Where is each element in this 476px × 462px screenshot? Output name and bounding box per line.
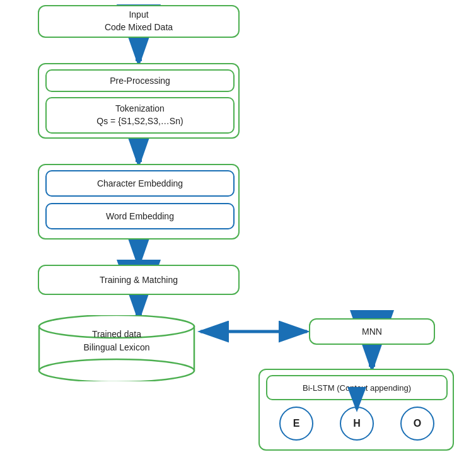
tokenization-label: Tokenization Qs = {S1,S2,S3,…Sn) — [96, 103, 183, 127]
trained-data-container: Trained data Bilingual Lexicon — [38, 315, 195, 381]
output-O: O — [400, 407, 434, 441]
preprocessing-outer: Pre-Processing Tokenization Qs = {S1,S2,… — [38, 63, 240, 139]
char-embedding-box: Character Embedding — [45, 170, 235, 197]
svg-point-11 — [39, 359, 194, 381]
architecture-diagram: Input Code Mixed Data Pre-Processing Tok… — [0, 0, 476, 462]
embedding-outer: Character Embedding Word Embedding — [38, 164, 240, 240]
output-circles: E H O — [266, 407, 448, 441]
mnn-box: MNN — [309, 318, 435, 345]
bilstm-outer: Bi-LSTM (Context appending) E H O — [258, 369, 454, 451]
bilstm-box: Bi-LSTM (Context appending) — [266, 375, 448, 400]
trained-data-label: Trained data Bilingual Lexicon — [38, 328, 195, 354]
preprocessing-box: Pre-Processing — [45, 69, 235, 92]
input-label: Input Code Mixed Data — [105, 9, 173, 33]
word-embedding-box: Word Embedding — [45, 203, 235, 229]
training-box: Training & Matching — [38, 265, 240, 295]
output-E: E — [279, 407, 313, 441]
input-box: Input Code Mixed Data — [38, 5, 240, 38]
output-H: H — [340, 407, 374, 441]
tokenization-box: Tokenization Qs = {S1,S2,S3,…Sn) — [45, 97, 235, 134]
